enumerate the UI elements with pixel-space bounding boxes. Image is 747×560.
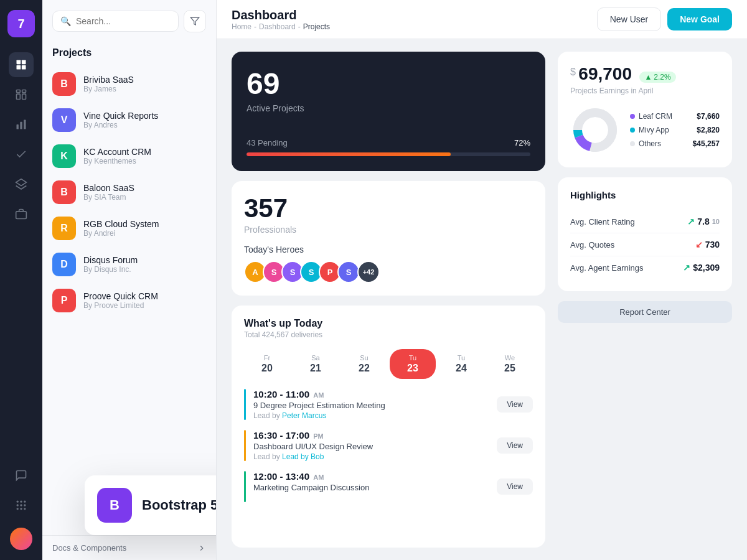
project-name: Disqus Forum — [83, 255, 206, 265]
event-name: Dashboard UI/UX Design Review — [253, 442, 489, 451]
project-author: By Keenthemes — [83, 157, 206, 166]
project-item[interactable]: V Vine Quick Reports By Andres — [42, 102, 216, 138]
nav-layers-icon[interactable] — [9, 172, 34, 197]
svg-point-19 — [17, 508, 19, 510]
svg-rect-8 — [17, 124, 19, 129]
search-box[interactable]: 🔍 — [52, 11, 179, 32]
hero-avatar: S — [337, 261, 360, 283]
project-info: Vine Quick Reports By Andres — [83, 111, 206, 129]
event-lead: Lead by Peter Marcus — [253, 411, 489, 420]
project-name: Vine Quick Reports — [83, 111, 206, 121]
nav-apps-icon[interactable] — [9, 493, 34, 518]
project-name: Proove Quick CRM — [83, 291, 206, 301]
project-item[interactable]: P Proove Quick CRM By Proove Limited — [42, 282, 216, 319]
user-avatar[interactable]: 7 — [7, 10, 35, 37]
calendar-day[interactable]: We25 — [487, 349, 533, 379]
project-item[interactable]: D Disqus Forum By Disqus Inc. — [42, 246, 216, 282]
nav-dashboard-icon[interactable] — [9, 52, 34, 77]
legend-name: Leaf CRM — [639, 112, 672, 121]
professionals-card: 357 Professionals Today's Heroes ASSSPS+… — [232, 181, 545, 296]
svg-point-14 — [20, 501, 22, 503]
nav-briefcase-icon[interactable] — [9, 202, 34, 226]
earnings-amount: 69,700 — [578, 64, 632, 83]
progress-bar — [247, 152, 530, 156]
calendar-day[interactable]: Fr20 — [244, 349, 290, 379]
event-view-button[interactable]: View — [497, 437, 533, 454]
svg-point-20 — [20, 508, 22, 510]
svg-rect-6 — [17, 94, 21, 99]
hero-more: +42 — [357, 261, 380, 283]
report-center-button[interactable]: Report Center — [558, 301, 732, 323]
highlight-value: ↗ 7.8 10 — [687, 217, 720, 226]
project-item[interactable]: B Briviba SaaS By James — [42, 66, 216, 102]
project-author: By James — [83, 85, 206, 93]
right-column: $ 69,700 ▲ 2.2% Projects Earnings in Apr… — [558, 52, 732, 548]
nav-chart-icon[interactable] — [9, 112, 34, 137]
page-title: Dashboard — [232, 8, 330, 22]
highlight-label: Avg. Client Rating — [570, 217, 635, 226]
legend-dot — [630, 141, 635, 146]
active-projects-card: 69 Active Projects 43 Pending 72% — [232, 52, 545, 171]
legend-item: Leaf CRM $7,660 — [630, 112, 720, 121]
project-list: B Briviba SaaS By James V Vine Quick Rep… — [42, 66, 216, 535]
filter-button[interactable] — [184, 10, 206, 32]
svg-point-17 — [20, 504, 22, 506]
nav-messages-icon[interactable] — [9, 463, 34, 488]
calendar-day[interactable]: Tu24 — [438, 349, 484, 379]
event-item: 12:00 - 13:40 AM Marketing Campaign Disc… — [244, 471, 533, 502]
earnings-amount-row: $ 69,700 ▲ 2.2% — [570, 64, 720, 84]
event-item: 16:30 - 17:00 PM Dashboard UI/UX Design … — [244, 430, 533, 461]
event-view-button[interactable]: View — [497, 396, 533, 413]
events-list: 10:20 - 11:00 AM 9 Degree Project Estima… — [244, 389, 533, 502]
event-view-button[interactable]: View — [497, 478, 533, 495]
calendar-day[interactable]: Sa21 — [293, 349, 339, 379]
sidebar-title: Projects — [42, 42, 216, 66]
highlight-value: ↗ $2,309 — [683, 263, 720, 273]
professionals-count: 357 — [244, 194, 533, 223]
nav-check-icon[interactable] — [9, 142, 34, 167]
legend-name: Mivy App — [639, 126, 669, 134]
new-user-button[interactable]: New User — [597, 7, 661, 31]
project-logo: B — [52, 180, 76, 204]
project-logo: V — [52, 108, 76, 132]
legend-left: Others — [630, 139, 661, 148]
project-item[interactable]: B Baloon SaaS By SIA Team — [42, 174, 216, 210]
svg-marker-22 — [190, 17, 199, 25]
project-logo: D — [52, 253, 76, 276]
svg-rect-0 — [17, 60, 21, 65]
event-time: 16:30 - 17:00 PM — [253, 430, 489, 441]
project-author: By Proove Limited — [83, 301, 206, 310]
svg-point-16 — [17, 504, 19, 506]
pending-label: 43 Pending — [247, 138, 288, 147]
svg-point-15 — [24, 501, 26, 503]
legend-left: Leaf CRM — [630, 112, 672, 121]
nav-grid-icon[interactable] — [9, 82, 34, 107]
calendar-day[interactable]: Su22 — [341, 349, 387, 379]
svg-rect-10 — [24, 120, 26, 129]
calendar-day[interactable]: Tu23 — [390, 349, 436, 379]
content-area: 69 Active Projects 43 Pending 72% 357 Pr… — [217, 39, 747, 560]
project-item[interactable]: K KC Account CRM By Keenthemes — [42, 138, 216, 174]
project-logo: B — [52, 72, 76, 96]
highlight-row: Avg. Quotes ↙ 730 — [570, 233, 720, 256]
project-logo: P — [52, 289, 76, 312]
highlight-label: Avg. Quotes — [570, 240, 614, 250]
new-goal-button[interactable]: New Goal — [667, 8, 732, 30]
legend-name: Others — [639, 139, 661, 148]
project-name: Briviba SaaS — [83, 75, 206, 85]
svg-rect-5 — [22, 90, 26, 93]
project-logo: R — [52, 217, 76, 240]
event-details: 10:20 - 11:00 AM 9 Degree Project Estima… — [253, 389, 489, 420]
left-column: 69 Active Projects 43 Pending 72% 357 Pr… — [232, 52, 545, 548]
project-name: RGB Cloud System — [83, 219, 206, 229]
highlight-row: Avg. Client Rating ↗ 7.8 10 — [570, 210, 720, 233]
svg-marker-11 — [16, 179, 27, 186]
svg-point-18 — [24, 504, 26, 506]
user-profile-avatar[interactable] — [10, 528, 32, 550]
event-item: 10:20 - 11:00 AM 9 Degree Project Estima… — [244, 389, 533, 420]
svg-rect-3 — [22, 65, 26, 70]
search-input[interactable] — [76, 16, 171, 26]
main-content: Dashboard Home - Dashboard - Projects Ne… — [217, 0, 747, 560]
project-item[interactable]: R RGB Cloud System By Andrei — [42, 210, 216, 246]
heroes-section: Today's Heroes ASSSPS+42 — [244, 245, 533, 283]
